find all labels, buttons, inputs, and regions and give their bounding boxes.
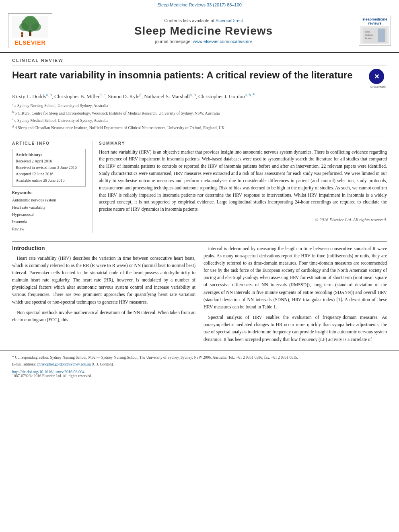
revised-date: Received in revised form 2 June 2016 xyxy=(16,164,82,171)
article-content: CLINICAL REVIEW Heart rate variability i… xyxy=(0,53,399,238)
crossmark-icon: ✕ xyxy=(369,69,384,84)
introduction-heading: Introduction xyxy=(12,245,195,251)
sleep-med-logo: sleepmedicine reviews Sleep Medicine Rev… xyxy=(359,16,391,46)
logo-image-area: Sleep Medicine Reviews xyxy=(360,26,389,44)
crossmark-area: ✕ CrossMark xyxy=(369,69,387,88)
affiliations-area: a a Sydney Nursing School, University of… xyxy=(12,102,387,136)
main-body: Introduction Heart rate variability (HRV… xyxy=(0,245,399,346)
article-info-column: ARTICLE INFO Article history: Received 2… xyxy=(12,141,93,233)
journal-issue-text: Sleep Medicine Reviews 33 (2017) 88–100 xyxy=(157,2,242,7)
homepage-line: journal homepage: www.elsevier.com/locat… xyxy=(52,39,355,44)
authors-line: Kirsty L. Doddsa, b, Christopher B. Mill… xyxy=(12,92,387,100)
svg-point-5 xyxy=(24,16,36,25)
right-para2: Spectral analysis of HRV enables the eva… xyxy=(204,314,387,343)
svg-rect-12 xyxy=(378,29,385,42)
elsevier-wordmark: ELSEVIER xyxy=(10,39,50,46)
keyword-5: Review xyxy=(12,226,86,233)
summary-paragraph: Heart rate variability (HRV) is an objec… xyxy=(99,149,387,213)
body-right-column: interval is determined by measuring the … xyxy=(204,245,387,346)
accepted-date: Accepted 12 June 2016 xyxy=(16,171,82,177)
keywords-heading: Keywords: xyxy=(12,191,86,195)
article-history-box: Article history: Received 2 April 2016 R… xyxy=(12,149,86,187)
right-para1: interval is determined by measuring the … xyxy=(204,245,387,310)
doi-link[interactable]: http://dx.doi.org/10.1016/j.smrv.2016.06… xyxy=(12,370,84,374)
available-date: Available online 28 June 2016 xyxy=(16,177,82,184)
journal-center-info: Contents lists available at ScienceDirec… xyxy=(52,18,355,44)
logo-title: sleepmedicine reviews xyxy=(360,17,389,25)
article-info-heading: ARTICLE INFO xyxy=(12,141,86,146)
crossmark-label: CrossMark xyxy=(369,85,387,88)
article-title: Heart rate variability in insomnia patie… xyxy=(12,69,361,81)
journal-header: ELSEVIER Contents lists available at Sci… xyxy=(0,9,399,53)
svg-text:Sleep: Sleep xyxy=(365,31,370,33)
body-right-text: interval is determined by measuring the … xyxy=(204,245,387,343)
svg-text:Reviews: Reviews xyxy=(365,37,372,39)
summary-text: Heart rate variability (HRV) is an objec… xyxy=(99,149,387,213)
contents-available-line: Contents lists available at ScienceDirec… xyxy=(52,18,355,23)
logo-image-svg: Sleep Medicine Reviews xyxy=(363,28,387,43)
contents-label: Contents lists available at xyxy=(164,18,214,23)
elsevier-box: ELSEVIER xyxy=(8,13,52,48)
history-label: Article history: xyxy=(16,152,42,157)
svg-point-6 xyxy=(21,32,23,35)
corresponding-author-note: * Corresponding author. Sydney Nursing S… xyxy=(12,355,387,360)
elsevier-tree-svg xyxy=(12,16,48,38)
sleep-medicine-logo-box: sleepmedicine reviews Sleep Medicine Rev… xyxy=(359,16,391,46)
right-logo-area: sleepmedicine reviews Sleep Medicine Rev… xyxy=(355,16,391,46)
body-left-text: Heart rate variability (HRV) describes t… xyxy=(12,255,195,323)
article-title-area: Heart rate variability in insomnia patie… xyxy=(12,69,387,88)
journal-issue-bar: Sleep Medicine Reviews 33 (2017) 88–100 xyxy=(0,0,399,9)
affiliation-a: a a Sydney Nursing School, University of… xyxy=(12,102,387,109)
article-body-section: ARTICLE INFO Article history: Received 2… xyxy=(12,141,387,233)
svg-text:Medicine: Medicine xyxy=(365,34,373,36)
email-suffix: (C.J. Gordon). xyxy=(92,362,114,366)
keyword-2: Heart rate variability xyxy=(12,204,86,211)
section-type-label: CLINICAL REVIEW xyxy=(12,58,387,66)
elsevier-logo-area: ELSEVIER xyxy=(8,13,52,48)
email-line: E-mail address: christopher.gordon@sydne… xyxy=(12,362,387,367)
copyright-line: © 2016 Elsevier Ltd. All rights reserved… xyxy=(99,217,387,222)
intro-para1: Heart rate variability (HRV) describes t… xyxy=(12,255,195,306)
affiliation-c: c c Sydney Medical School, University of… xyxy=(12,117,387,123)
affiliation-d: d d Sleep and Circadian Neuroscience Ins… xyxy=(12,124,387,131)
homepage-link[interactable]: www.elsevier.com/locate/smrv xyxy=(193,39,252,44)
issn-line: 1087-0792/© 2016 Elsevier Ltd. All right… xyxy=(12,374,387,378)
journal-title: Sleep Medicine Reviews xyxy=(52,25,355,37)
keyword-4: Insomnia xyxy=(12,218,86,226)
homepage-label: journal homepage: xyxy=(155,39,192,44)
summary-heading: SUMMARY xyxy=(99,141,387,146)
summary-column: SUMMARY Heart rate variability (HRV) is … xyxy=(93,141,387,233)
author-email-link[interactable]: christopher.gordon@sydney.edu.au xyxy=(37,362,91,366)
footnote-text: * Corresponding author. Sydney Nursing S… xyxy=(12,355,387,368)
keyword-3: Hyperarousal xyxy=(12,211,86,218)
keyword-1: Autonomic nervous system xyxy=(12,197,86,204)
sciencedirect-link[interactable]: ScienceDirect xyxy=(216,18,243,23)
footnote-area: * Corresponding author. Sydney Nursing S… xyxy=(0,350,399,382)
received-date: Received 2 April 2016 xyxy=(16,158,82,164)
keywords-list: Autonomic nervous system Heart rate vari… xyxy=(12,197,86,233)
intro-para2: Non-spectral methods involve mathematica… xyxy=(12,309,195,323)
svg-rect-7 xyxy=(21,35,23,37)
section-divider xyxy=(12,241,387,242)
body-left-column: Introduction Heart rate variability (HRV… xyxy=(12,245,195,346)
email-label: E-mail address: xyxy=(12,362,36,366)
affiliation-b: b b CIRUS, Centre for Sleep and Chronobi… xyxy=(12,110,387,116)
doi-line: http://dx.doi.org/10.1016/j.smrv.2016.06… xyxy=(12,370,387,374)
